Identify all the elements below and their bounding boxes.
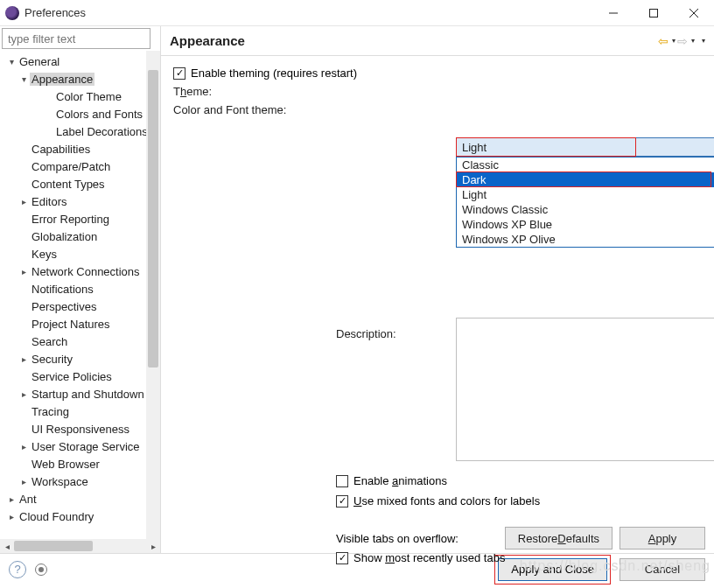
tree-item-security[interactable]: ▸Security [0, 350, 160, 368]
chevron-down-icon[interactable]: ▾ [5, 57, 18, 66]
chevron-down-icon[interactable]: ▾ [18, 74, 30, 84]
theme-label: Theme: [173, 85, 291, 98]
tree-item-keys[interactable]: Keys [0, 245, 160, 262]
use-mixed-fonts-checkbox[interactable]: ✓ [336, 495, 348, 508]
enable-animations-row[interactable]: Enable animations [336, 474, 540, 487]
back-menu-icon[interactable]: ▾ [672, 37, 676, 45]
tree-item-user-storage[interactable]: ▸User Storage Service [0, 438, 160, 455]
tree-item-content-types[interactable]: Content Types [0, 175, 160, 192]
chevron-right-icon[interactable]: ▸ [5, 494, 18, 504]
tree-item-service-policies[interactable]: Service Policies [0, 368, 160, 385]
enable-theming-label: Enable theming (requires restart) [191, 66, 357, 80]
theme-option-xp-olive[interactable]: Windows XP Olive [457, 232, 714, 247]
theme-row: Theme: [173, 85, 705, 98]
tree-item-general[interactable]: ▾General [0, 52, 160, 70]
theme-option-light[interactable]: Light [457, 187, 714, 202]
annotation-box: Apply and Close [494, 555, 611, 584]
page-content: ✓ Enable theming (requires restart) Them… [161, 56, 714, 553]
visible-tabs-label: Visible tabs on overflow: [336, 532, 458, 545]
page-menu-icon[interactable]: ▾ [702, 37, 705, 45]
titlebar: Preferences [0, 0, 714, 26]
eclipse-icon [5, 6, 19, 20]
tree-item-compare-patch[interactable]: Compare/Patch [0, 158, 160, 175]
theme-option-xp-blue[interactable]: Windows XP Blue [457, 217, 714, 232]
show-recent-tabs-checkbox[interactable]: ✓ [336, 552, 348, 564]
chevron-right-icon[interactable]: ▸ [18, 389, 30, 399]
color-font-theme-row: Color and Font theme: [173, 103, 705, 116]
tree-item-notifications[interactable]: Notifications [0, 280, 160, 298]
tree-vertical-scrollbar[interactable] [146, 51, 160, 539]
show-recent-tabs-label: Show most recently used tabs [354, 551, 505, 564]
close-button[interactable] [674, 0, 714, 26]
theme-option-dark[interactable]: Dark [457, 172, 714, 187]
theme-selected-value: Light [462, 141, 486, 154]
forward-arrow-icon: ⇨ [677, 34, 688, 48]
apply-button[interactable]: Apply [620, 527, 705, 550]
page-header: Appearance ⇦▾ ⇨▾ ▾ [161, 26, 714, 56]
use-mixed-fonts-label: Use mixed fonts and colors for labels [354, 494, 540, 508]
tree-item-project-natures[interactable]: Project Natures [0, 315, 160, 332]
tree-item-error-reporting[interactable]: Error Reporting [0, 210, 160, 228]
tree-item-globalization[interactable]: Globalization [0, 228, 160, 245]
tree-item-search[interactable]: Search [0, 332, 160, 350]
svg-rect-1 [650, 9, 658, 17]
theme-dropdown[interactable]: Classic Dark Light Windows Classic Windo… [456, 157, 714, 248]
tree-item-ant[interactable]: ▸Ant [0, 490, 160, 508]
settings-pane: Appearance ⇦▾ ⇨▾ ▾ ✓ Enable theming (req… [161, 26, 714, 553]
chevron-right-icon[interactable]: ▸ [18, 267, 30, 276]
minimize-button[interactable] [593, 0, 634, 26]
use-mixed-fonts-row[interactable]: ✓ Use mixed fonts and colors for labels [336, 494, 540, 508]
show-recent-tabs-row[interactable]: ✓ Show most recently used tabs [336, 551, 505, 564]
cancel-button[interactable]: Cancel [620, 558, 705, 581]
theme-option-win-classic[interactable]: Windows Classic [457, 202, 714, 217]
chevron-right-icon[interactable]: ▸ [18, 442, 30, 452]
tree-item-colors-fonts[interactable]: Colors and Fonts [0, 105, 160, 122]
help-icon[interactable]: ? [9, 561, 26, 578]
forward-menu-icon[interactable]: ▾ [691, 37, 695, 45]
tree-item-ui-responsiveness[interactable]: UI Responsiveness [0, 420, 160, 438]
tree-item-web-browser[interactable]: Web Browser [0, 455, 160, 472]
enable-theming-row[interactable]: ✓ Enable theming (requires restart) [173, 66, 705, 80]
tree-item-appearance[interactable]: ▾Appearance [0, 70, 160, 88]
sidebar: ▾General ▾Appearance Color Theme Colors … [0, 26, 161, 553]
tree-item-editors[interactable]: ▸Editors [0, 192, 160, 210]
maximize-button[interactable] [634, 0, 674, 26]
enable-theming-checkbox[interactable]: ✓ [173, 67, 186, 80]
back-arrow-icon[interactable]: ⇦ [658, 34, 668, 48]
tree: ▾General ▾Appearance Color Theme Colors … [0, 51, 160, 539]
description-label: Description: [336, 327, 454, 340]
tree-item-startup-shutdown[interactable]: ▸Startup and Shutdown [0, 385, 160, 402]
tree-item-capabilities[interactable]: Capabilities [0, 140, 160, 158]
tree-item-perspectives[interactable]: Perspectives [0, 298, 160, 315]
filter-input[interactable] [2, 28, 150, 49]
theme-option-classic[interactable]: Classic [457, 158, 714, 172]
tree-item-label-decorations[interactable]: Label Decorations [0, 122, 160, 140]
window-title: Preferences [24, 6, 593, 19]
description-textarea[interactable]: ▾ [456, 318, 714, 461]
apply-and-close-button[interactable]: Apply and Close [498, 558, 607, 581]
color-font-theme-label: Color and Font theme: [173, 103, 286, 116]
tree-item-color-theme[interactable]: Color Theme [0, 88, 160, 105]
chevron-right-icon[interactable]: ▸ [5, 512, 18, 522]
page-title: Appearance [170, 33, 658, 48]
tree-horizontal-scrollbar[interactable]: ◂▸ [0, 539, 160, 553]
chevron-right-icon[interactable]: ▸ [18, 477, 30, 486]
enable-animations-label: Enable animations [354, 474, 447, 487]
main-area: ▾General ▾Appearance Color Theme Colors … [0, 26, 714, 553]
tree-item-tracing[interactable]: Tracing [0, 402, 160, 420]
restore-defaults-button[interactable]: Restore Defaults [505, 527, 612, 550]
chevron-right-icon[interactable]: ▸ [18, 197, 30, 206]
theme-select[interactable]: Light ▾ [456, 137, 714, 157]
tree-item-workspace[interactable]: ▸Workspace [0, 472, 160, 490]
tree-item-cloud-foundry[interactable]: ▸Cloud Foundry [0, 508, 160, 525]
import-export-icon[interactable] [35, 564, 47, 576]
chevron-right-icon[interactable]: ▸ [18, 354, 30, 364]
enable-animations-checkbox[interactable] [336, 475, 348, 487]
tree-item-network[interactable]: ▸Network Connections [0, 262, 160, 280]
